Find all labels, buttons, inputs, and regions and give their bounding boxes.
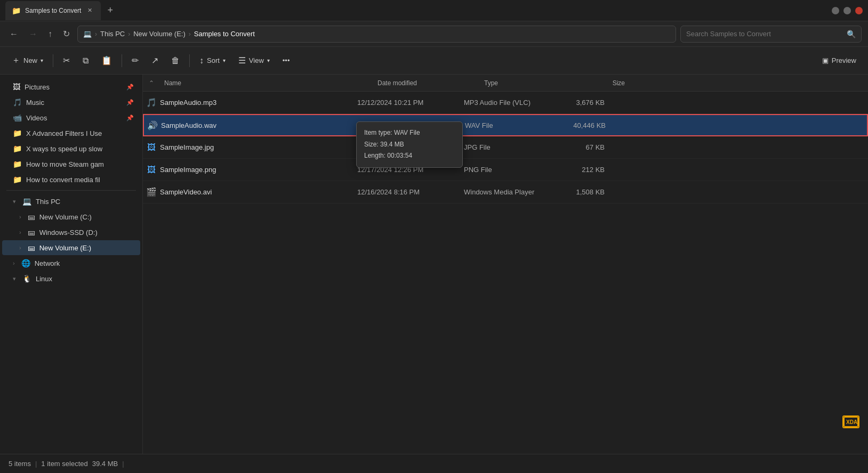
sidebar-item-this-pc[interactable]: ▾ 💻 This PC [2,194,140,209]
sample-image-jpg-name: SampleImage.jpg [160,143,357,151]
breadcrumb-this-pc[interactable]: This PC [100,30,125,38]
search-input[interactable] [686,30,842,38]
view-button[interactable]: ☰ View ▾ [233,51,275,70]
forward-button[interactable]: → [26,27,41,41]
file-row-sample-video-avi[interactable]: 🎬 SampleVideo.avi 12/16/2024 8:16 PM Win… [143,181,868,203]
sample-video-avi-type: Windows Media Player [464,188,560,196]
file-row-sample-image-jpg[interactable]: 🖼 SampleImage.jpg 12/4/2024 4:31 PM JPG … [143,136,868,159]
close-button[interactable]: ✕ [855,7,863,14]
rename-button[interactable]: ✏ [126,51,144,70]
this-pc-icon: 💻 [22,197,31,206]
minimize-button[interactable]: ─ [832,7,839,14]
new-button[interactable]: ＋ New ▾ [6,51,49,70]
xda-logo-box: XDA [842,415,859,428]
delete-button[interactable]: 🗑 [166,51,185,70]
sidebar-item-x-ways[interactable]: 📁 X ways to speed up slow [2,141,140,156]
toolbar: ＋ New ▾ ✂ ⧉ 📋 ✏ ↗ 🗑 ↕ Sort ▾ ☰ View ▾ ••… [0,47,868,75]
sort-dropdown-icon: ▾ [223,58,226,63]
sidebar-item-pictures-label: Pictures [25,83,50,91]
sidebar-item-videos[interactable]: 📹 Videos 📌 [2,110,140,125]
file-pane: ⌃ Name Date modified Type Size 🎵 SampleA… [143,75,868,454]
rename-icon: ✏ [132,55,139,66]
col-header-type[interactable]: Type [480,75,576,91]
new-tab-button[interactable]: + [103,3,117,18]
sidebar-item-linux[interactable]: ▾ 🐧 Linux [2,271,140,286]
new-vol-e-expand-icon: › [19,244,21,251]
file-row-sample-audio-mp3[interactable]: 🎵 SampleAudio.mp3 12/12/2024 10:21 PM MP… [143,92,868,114]
preview-button[interactable]: ▣ Preview [817,51,862,70]
new-label: New [23,56,37,64]
sidebar-item-pictures[interactable]: 🖼 Pictures 📌 [2,79,140,94]
sidebar-item-x-advanced[interactable]: 📁 X Advanced Filters I Use [2,126,140,141]
share-icon: ↗ [151,55,158,66]
sidebar-item-how-convert-label: How to convert media fil [26,176,100,184]
new-dropdown-icon: ▾ [41,58,43,63]
sidebar-item-how-steam[interactable]: 📁 How to move Steam gam [2,157,140,172]
sample-video-avi-icon: 🎬 [143,187,160,197]
more-button[interactable]: ••• [277,51,295,70]
share-button[interactable]: ↗ [146,51,164,70]
search-bar: 🔍 [680,26,862,43]
x-ways-icon: 📁 [13,144,22,153]
how-steam-icon: 📁 [13,160,22,168]
this-pc-expand-icon: ▾ [13,198,16,205]
pc-icon: 💻 [83,30,92,38]
copy-button[interactable]: ⧉ [77,51,94,70]
breadcrumb-samples[interactable]: Samples to Convert [194,30,255,38]
sidebar-item-linux-label: Linux [36,275,52,283]
breadcrumb: 💻 › This PC › New Volume (E:) › Samples … [77,26,676,43]
copy-icon: ⧉ [83,56,89,66]
sample-audio-mp3-date: 12/12/2024 10:21 PM [357,99,464,107]
search-icon: 🔍 [847,30,856,38]
up-button[interactable]: ↑ [45,27,55,41]
sample-image-png-type: PNG File [464,166,560,174]
sample-image-png-icon: 🖼 [143,165,160,175]
active-tab[interactable]: 📁 Samples to Convert ✕ [5,1,101,20]
view-icon: ☰ [238,55,246,66]
sidebar-item-windows-ssd[interactable]: › 🖴 Windows-SSD (D:) [2,225,140,240]
sort-button[interactable]: ↕ Sort ▾ [194,51,231,70]
status-bar: 5 items | 1 item selected 39.4 MB | [0,454,868,473]
tooltip-line1: Item type: WAV File [364,127,455,139]
sidebar-item-how-convert[interactable]: 📁 How to convert media fil [2,172,140,187]
new-vol-c-expand-icon: › [19,214,21,220]
collapse-button[interactable]: ⌃ [143,79,160,87]
sample-audio-wav-name: SampleAudio.wav [161,121,358,129]
sidebar-item-new-vol-e[interactable]: › 🖴 New Volume (E:) [2,240,140,255]
sidebar-item-new-vol-c-label: New Volume (C:) [39,213,92,221]
file-row-sample-image-png[interactable]: 🖼 SampleImage.png 12/17/2024 12:26 PM PN… [143,159,868,181]
sidebar-divider-1 [6,190,136,191]
refresh-button[interactable]: ↻ [60,27,73,41]
file-row-sample-audio-wav[interactable]: 🔊 SampleAudio.wav 12/17/2024 12:40 PM WA… [143,114,868,136]
sample-image-jpg-size: 67 KB [560,143,613,151]
sidebar-item-network[interactable]: › 🌐 Network [2,256,140,271]
paste-icon: 📋 [101,55,112,66]
maximize-button[interactable]: □ [843,7,851,14]
preview-icon: ▣ [822,56,829,64]
back-button[interactable]: ← [6,27,21,41]
col-header-date[interactable]: Date modified [373,75,480,91]
svg-text:XDA: XDA [846,419,857,425]
toolbar-separator-2 [122,54,122,67]
tab-close-button[interactable]: ✕ [85,6,94,15]
status-selected-size: 39.4 MB [92,460,118,468]
how-convert-icon: 📁 [13,175,22,184]
file-column-headers: ⌃ Name Date modified Type Size [143,75,868,92]
sidebar-item-music[interactable]: 🎵 Music 📌 [2,95,140,110]
col-header-size[interactable]: Size [576,75,629,91]
sidebar-item-windows-ssd-label: Windows-SSD (D:) [39,229,98,237]
sidebar-item-how-steam-label: How to move Steam gam [26,160,104,168]
music-icon: 🎵 [13,98,22,107]
windows-ssd-icon: 🖴 [28,228,35,237]
col-header-name[interactable]: Name [160,75,373,91]
network-expand-icon: › [13,260,15,266]
cut-button[interactable]: ✂ [58,51,75,70]
music-pin-icon: 📌 [126,99,134,106]
sidebar-item-new-vol-c[interactable]: › 🖴 New Volume (C:) [2,209,140,224]
paste-button[interactable]: 📋 [96,51,117,70]
sample-audio-mp3-size: 3,676 KB [560,99,613,107]
breadcrumb-new-volume[interactable]: New Volume (E:) [133,30,186,38]
windows-ssd-expand-icon: › [19,229,21,235]
sample-audio-mp3-type: MP3 Audio File (VLC) [464,99,560,107]
network-icon: 🌐 [21,259,30,267]
